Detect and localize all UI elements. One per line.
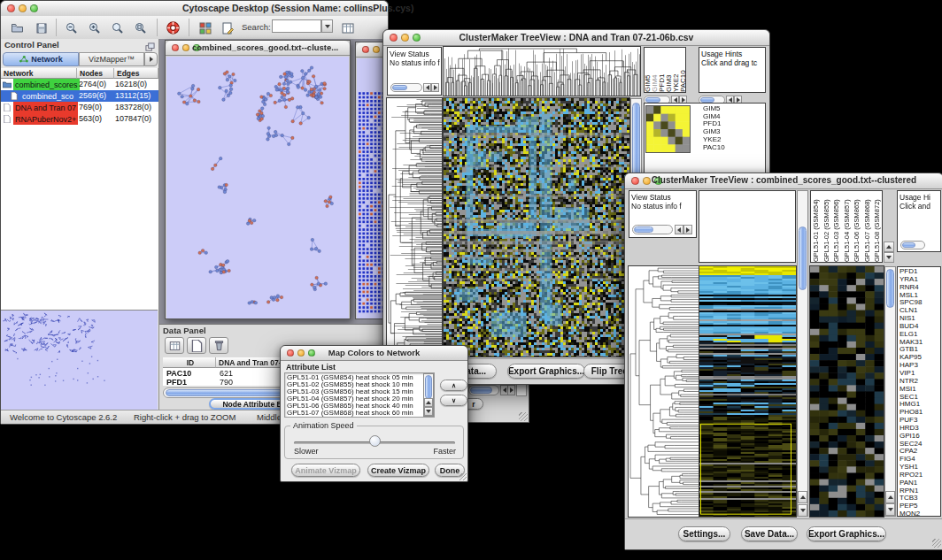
network-row-rnapubernov2[interactable]: RNAPuberNov2+ 563(0) 107847(0) [1,113,158,125]
close-button[interactable] [7,4,15,12]
view-status-hscrollbar[interactable] [632,225,673,234]
column-label[interactable]: GPL51-01 (GSM854) [811,191,822,262]
zoom-selected-button[interactable] [130,18,151,38]
network-canvas[interactable] [166,57,349,318]
network-row-combined-scores[interactable]: combined_scores 2764(0) 16218(0) [1,79,158,90]
annotation-button[interactable] [217,18,238,38]
dialog-title-bar[interactable]: Map Colors to Network [281,346,467,361]
close-button[interactable] [172,44,179,51]
scroll-down-button[interactable] [798,504,807,517]
attribute-table-button[interactable] [337,18,359,38]
delete-attribute-button[interactable] [209,337,228,354]
scrollbar-thumb[interactable] [902,242,915,248]
column-label[interactable]: GPL51-02 (GSM855) [822,191,832,262]
main-title-bar[interactable]: Cytoscape Desktop (Session Name: collins… [1,1,388,17]
scrollbar-thumb[interactable] [470,387,492,394]
scroll-up-button[interactable] [884,242,894,252]
zoom-out-button[interactable] [61,18,82,38]
minimize-button[interactable] [19,4,27,12]
attribute-list-vscrollbar[interactable] [423,373,434,417]
scrollbar-thumb[interactable] [392,85,407,90]
settings-button[interactable]: Settings... [678,526,730,541]
row-dendrogram[interactable] [387,98,442,357]
scroll-right-button[interactable] [683,225,692,234]
minimize-button[interactable] [182,44,189,51]
network-row-dna-tran[interactable]: DNA and Tran 07 769(0) 183728(0) [1,102,158,113]
resize-grip[interactable] [519,412,528,421]
column-dendrogram-panel[interactable] [699,190,796,263]
zoom-button[interactable] [30,4,38,12]
column-label[interactable]: GPL51-04 (GSM857) [842,191,853,262]
save-data-button[interactable]: Save Data... [741,526,798,541]
scroll-up-button[interactable] [885,491,895,503]
usage-hints-hscrollbar[interactable] [900,241,925,249]
row-id[interactable]: PAC10 [166,369,191,378]
scroll-right-button[interactable] [431,83,439,92]
help-button[interactable] [162,18,183,38]
select-attributes-button[interactable] [165,337,184,354]
animate-vizmap-button[interactable]: Animate Vizmap [291,464,360,477]
attribute-list[interactable]: GPL51-01 (GSM854) heat shock 05 minGPL51… [284,372,435,418]
minimize-button[interactable] [373,46,380,53]
network-row-selected[interactable]: combined_sco 2569(6) 13112(15) [1,90,158,102]
column-label[interactable]: GPL51-08 (GSM872) [872,191,883,262]
scroll-right-button[interactable] [507,385,515,395]
scroll-left-button[interactable] [423,83,431,92]
row-dendrogram[interactable] [629,266,699,517]
heatmap-canvas[interactable] [444,98,629,357]
attribute-item[interactable]: GPL51-07 (GSM868) heat shock 60 min [287,410,434,417]
column-label[interactable]: PFD1 [659,48,666,92]
search-input[interactable] [272,19,321,33]
gene-label[interactable]: MON2 [900,510,940,517]
open-session-button[interactable] [6,18,27,38]
gene-list-vscrollbar[interactable] [884,266,896,517]
treeview1-title-bar[interactable]: ClusterMaker TreeView : DNA and Tran 07-… [383,30,769,46]
export-graphics-button[interactable]: Export Graphics... [807,526,886,541]
create-vizmap-button[interactable]: Create Vizmap [367,464,429,477]
zoom-in-button[interactable] [84,18,105,38]
column-label[interactable]: GPL51-03 (GSM856) [831,191,842,262]
birdseye-view[interactable] [1,310,158,410]
scroll-up-button[interactable] [424,398,433,407]
treeview2-title-bar[interactable]: ClusterMaker TreeView : combined_scores_… [625,173,942,189]
scrollbar-thumb[interactable] [886,269,894,308]
scroll-down-button[interactable] [885,503,895,516]
column-header[interactable]: Network [1,68,77,79]
resize-grip[interactable] [459,473,467,480]
scroll-up-button[interactable] [798,491,807,503]
tab-network[interactable]: Network [3,52,79,66]
column-label[interactable]: YKE2 [673,48,680,92]
zoom-heatmap-canvas[interactable] [810,266,884,517]
scrollbar-thumb[interactable] [634,226,653,233]
main-vscrollbar[interactable] [797,190,808,517]
column-label[interactable]: PAC10 [680,48,686,92]
tab-overflow-button[interactable] [144,52,158,66]
window-controls[interactable] [7,4,38,12]
network-view-title-bar[interactable]: combined_scores_good.txt--cluste... [166,41,350,56]
search-dropdown-button[interactable] [321,19,333,33]
zoom-fit-button[interactable] [107,18,128,38]
scrollbar-thumb[interactable] [425,375,432,399]
row-value[interactable]: 790 [220,378,233,387]
row-id[interactable]: PFD1 [166,378,187,387]
row-value[interactable]: 621 [220,369,233,378]
grid-network-canvas[interactable] [357,58,385,318]
heatmap-canvas[interactable] [699,266,796,517]
vizmapper-button[interactable] [195,18,216,38]
export-graphics-button[interactable]: Export Graphics... [507,364,585,379]
fragment-hscrollbar[interactable] [468,385,499,395]
column-label[interactable]: GPL51-07 (GSM868) [862,191,873,262]
view-status-hscrollbar[interactable] [390,83,422,92]
row-label[interactable]: PAC10 [703,144,725,152]
resize-grip[interactable] [932,539,941,548]
scroll-down-button[interactable] [884,252,894,263]
similarity-matrix[interactable] [646,106,690,152]
grid-network-title-bar[interactable] [356,42,386,58]
column-header[interactable]: Nodes [77,68,114,79]
column-label[interactable]: GPL51-06 (GSM865) [852,191,862,262]
move-up-button[interactable]: ∧ [440,380,467,391]
scroll-down-button[interactable] [424,407,433,416]
speed-slider-thumb[interactable] [369,435,381,447]
save-session-button[interactable] [31,18,52,38]
scrollbar-thumb[interactable] [799,226,807,290]
